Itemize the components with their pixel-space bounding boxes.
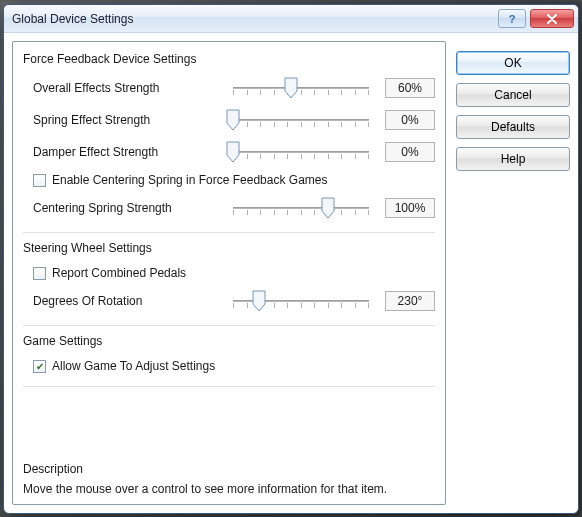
description-text: Move the mouse over a control to see mor… — [23, 482, 435, 496]
main-panel: Force Feedback Device Settings Overall E… — [12, 41, 446, 505]
centering-strength-row: Centering Spring Strength — [23, 192, 435, 224]
damper-strength-value[interactable] — [385, 142, 435, 162]
help-button[interactable]: Help — [456, 147, 570, 171]
titlebar-close-button[interactable] — [530, 9, 574, 28]
titlebar[interactable]: Global Device Settings ? — [4, 5, 578, 33]
overall-strength-row: Overall Effects Strength — [23, 72, 435, 104]
allow-adjust-checkbox[interactable]: ✔ — [33, 360, 46, 373]
spring-strength-row: Spring Effect Strength — [23, 104, 435, 136]
spring-strength-label: Spring Effect Strength — [33, 113, 233, 127]
overall-strength-value[interactable] — [385, 78, 435, 98]
steering-section-title: Steering Wheel Settings — [23, 241, 435, 255]
button-column: OK Cancel Defaults Help — [456, 41, 570, 505]
description-title: Description — [23, 462, 435, 476]
damper-strength-row: Damper Effect Strength — [23, 136, 435, 168]
enable-centering-label: Enable Centering Spring in Force Feedbac… — [52, 173, 327, 187]
titlebar-help-button[interactable]: ? — [498, 9, 526, 28]
spring-strength-value[interactable] — [385, 110, 435, 130]
rotation-row: Degrees Of Rotation — [23, 285, 435, 317]
combined-pedals-checkbox[interactable] — [33, 267, 46, 280]
allow-adjust-label: Allow Game To Adjust Settings — [52, 359, 215, 373]
ok-button[interactable]: OK — [456, 51, 570, 75]
ffb-section-title: Force Feedback Device Settings — [23, 52, 435, 66]
rotation-slider[interactable] — [233, 289, 377, 313]
rotation-label: Degrees Of Rotation — [33, 294, 233, 308]
divider — [23, 232, 435, 233]
rotation-value[interactable] — [385, 291, 435, 311]
centering-strength-label: Centering Spring Strength — [33, 201, 233, 215]
divider — [23, 325, 435, 326]
overall-strength-label: Overall Effects Strength — [33, 81, 233, 95]
close-icon — [546, 14, 558, 24]
defaults-button[interactable]: Defaults — [456, 115, 570, 139]
combined-pedals-row: Report Combined Pedals — [23, 261, 435, 285]
damper-strength-slider[interactable] — [233, 140, 377, 164]
description-section: Description Move the mouse over a contro… — [23, 460, 435, 496]
dialog-window: Global Device Settings ? Force Feedback … — [3, 4, 579, 514]
game-section-title: Game Settings — [23, 334, 435, 348]
allow-adjust-row: ✔ Allow Game To Adjust Settings — [23, 354, 435, 378]
cancel-button[interactable]: Cancel — [456, 83, 570, 107]
overall-strength-slider[interactable] — [233, 76, 377, 100]
damper-strength-label: Damper Effect Strength — [33, 145, 233, 159]
centering-strength-value[interactable] — [385, 198, 435, 218]
centering-strength-slider[interactable] — [233, 196, 377, 220]
spring-strength-slider[interactable] — [233, 108, 377, 132]
enable-centering-row: Enable Centering Spring in Force Feedbac… — [23, 168, 435, 192]
divider — [23, 386, 435, 387]
combined-pedals-label: Report Combined Pedals — [52, 266, 186, 280]
enable-centering-checkbox[interactable] — [33, 174, 46, 187]
window-title: Global Device Settings — [12, 12, 494, 26]
